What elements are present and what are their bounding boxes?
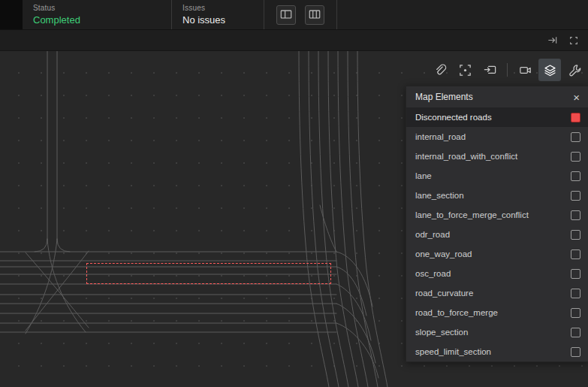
map-element-checkbox[interactable] bbox=[571, 230, 580, 240]
layers-icon bbox=[543, 63, 557, 77]
fullscreen-corners-icon[interactable] bbox=[568, 35, 579, 46]
focus-tool-button[interactable] bbox=[454, 59, 476, 81]
map-element-label: odr_road bbox=[415, 230, 450, 239]
status-value: Completed bbox=[33, 14, 161, 26]
topbar-left-gap bbox=[0, 0, 23, 29]
panel-title: Map Elements bbox=[415, 92, 473, 102]
map-element-checkbox[interactable] bbox=[571, 289, 580, 298]
split-view-button[interactable] bbox=[276, 5, 296, 25]
app-root: Status Completed Issues No issues bbox=[0, 0, 588, 387]
map-element-checkbox[interactable] bbox=[571, 249, 580, 259]
secondary-toolbar bbox=[0, 30, 588, 51]
map-element-label: slope_section bbox=[415, 328, 468, 337]
map-element-label: internal_road bbox=[415, 132, 466, 141]
map-element-checkbox[interactable] bbox=[571, 152, 580, 162]
map-element-checkbox[interactable] bbox=[571, 347, 580, 357]
map-element-label: Disconnected roads bbox=[415, 113, 492, 122]
divider bbox=[336, 0, 337, 29]
panel-header: Map Elements × bbox=[406, 86, 588, 107]
map-element-label: internal_road_with_conflict bbox=[415, 152, 517, 161]
map-element-checkbox[interactable] bbox=[571, 328, 580, 337]
map-element-label: osc_road bbox=[415, 269, 451, 278]
focus-icon bbox=[458, 63, 472, 77]
map-element-label: lane_section bbox=[415, 191, 464, 200]
map-element-row[interactable]: Disconnected roads bbox=[406, 107, 588, 127]
map-element-row[interactable]: lane_to_force_merge_conflict bbox=[406, 205, 588, 225]
map-canvas[interactable]: Map Elements × Disconnected roads intern… bbox=[0, 51, 588, 387]
camera-tool-button[interactable] bbox=[514, 59, 536, 81]
map-elements-panel: Map Elements × Disconnected roads intern… bbox=[406, 86, 588, 362]
map-element-label: road_to_force_merge bbox=[415, 308, 498, 317]
attach-tool-button[interactable] bbox=[429, 59, 451, 81]
camera-icon bbox=[518, 63, 532, 77]
issues-label: Issues bbox=[182, 4, 253, 12]
status-section: Status Completed bbox=[23, 0, 171, 29]
map-element-row[interactable]: odr_road bbox=[406, 225, 588, 244]
status-bar: Status Completed Issues No issues bbox=[0, 0, 588, 30]
issues-value: No issues bbox=[182, 14, 253, 26]
map-element-label: lane bbox=[415, 171, 432, 180]
map-element-row[interactable]: slope_section bbox=[406, 322, 588, 342]
map-element-label: road_curvature bbox=[415, 289, 473, 298]
map-element-label: lane_to_force_merge_conflict bbox=[415, 210, 529, 219]
column-view-button[interactable] bbox=[305, 5, 324, 25]
issues-section: Issues No issues bbox=[172, 0, 264, 29]
map-element-row[interactable]: lane_section bbox=[406, 186, 588, 205]
layers-tool-button[interactable] bbox=[538, 59, 561, 81]
map-element-checkbox[interactable] bbox=[571, 132, 580, 142]
column-view-icon bbox=[308, 8, 321, 22]
map-element-row[interactable]: internal_road bbox=[406, 127, 588, 147]
map-element-row[interactable]: road_curvature bbox=[406, 283, 588, 303]
map-element-checkbox[interactable] bbox=[571, 210, 580, 220]
map-element-row[interactable]: one_way_road bbox=[406, 244, 588, 264]
view-buttons bbox=[264, 0, 336, 29]
canvas-toolbar bbox=[429, 59, 586, 81]
wrench-tool-button[interactable] bbox=[563, 59, 586, 81]
attach-icon bbox=[433, 63, 448, 77]
map-element-checkbox[interactable] bbox=[571, 113, 580, 122]
toolbar-divider bbox=[507, 63, 508, 77]
map-element-row[interactable]: osc_road bbox=[406, 264, 588, 283]
map-element-label: speed_limit_section bbox=[415, 347, 491, 356]
map-element-row[interactable]: road_to_force_merge bbox=[406, 303, 588, 322]
screen-cast-tool-button[interactable] bbox=[478, 59, 501, 81]
map-element-checkbox[interactable] bbox=[571, 171, 580, 181]
map-element-row[interactable]: speed_limit_section bbox=[406, 342, 588, 361]
map-element-checkbox[interactable] bbox=[571, 269, 580, 279]
map-elements-list: Disconnected roads internal_road interna… bbox=[406, 107, 588, 361]
map-element-checkbox[interactable] bbox=[571, 191, 580, 201]
wrench-icon bbox=[568, 63, 582, 77]
map-element-row[interactable]: internal_road_with_conflict bbox=[406, 147, 588, 166]
close-icon[interactable]: × bbox=[572, 92, 580, 103]
split-view-icon bbox=[279, 8, 293, 22]
screen-cast-icon bbox=[483, 63, 497, 77]
map-element-checkbox[interactable] bbox=[571, 308, 580, 318]
collapse-right-icon[interactable] bbox=[547, 35, 558, 46]
map-element-row[interactable]: lane bbox=[406, 166, 588, 186]
map-element-label: one_way_road bbox=[415, 249, 472, 259]
status-label: Status bbox=[33, 4, 161, 12]
